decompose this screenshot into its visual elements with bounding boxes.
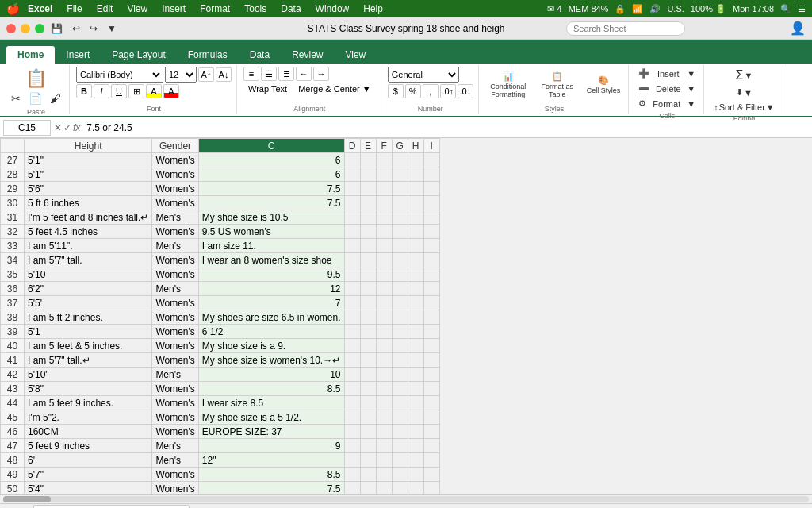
increase-decimal-button[interactable]: .0↑ [440, 84, 456, 98]
cell-g-35[interactable] [392, 267, 408, 282]
cell-d-37[interactable] [344, 296, 360, 310]
wrap-text-button[interactable]: Wrap Text [243, 83, 292, 95]
cell-a-32[interactable]: 5 feet 4.5 inches [25, 225, 152, 239]
cell-d-29[interactable] [344, 182, 360, 196]
cell-a-48[interactable]: 6' [25, 453, 152, 468]
cell-a-47[interactable]: 5 feet 9 inches [25, 439, 152, 453]
cell-e-27[interactable] [360, 153, 376, 167]
cell-e-28[interactable] [360, 167, 376, 182]
cell-h-40[interactable] [408, 339, 423, 353]
cell-a-42[interactable]: 5'10" [25, 368, 152, 382]
cell-g-39[interactable] [392, 325, 408, 339]
col-e-header[interactable]: E [360, 139, 376, 153]
cell-f-29[interactable] [376, 182, 392, 196]
undo-button[interactable]: ↩ [69, 21, 83, 36]
cell-f-37[interactable] [376, 296, 392, 310]
cell-i-50[interactable] [423, 482, 439, 495]
cell-b-31[interactable]: Men's [152, 210, 198, 225]
insert-cells-button[interactable]: ➕ Insert ▼ [635, 67, 699, 80]
cell-a-28[interactable]: 5'1" [25, 167, 152, 182]
cell-h-46[interactable] [408, 425, 423, 439]
cell-c-28[interactable]: 6 [198, 167, 344, 182]
cell-c-37[interactable]: 7 [198, 296, 344, 310]
cell-d-45[interactable] [344, 410, 360, 425]
cell-b-43[interactable]: Women's [152, 382, 198, 396]
cell-d-35[interactable] [344, 267, 360, 282]
cell-a-33[interactable]: I am 5'11". [25, 239, 152, 253]
cell-h-41[interactable] [408, 353, 423, 368]
cell-f-27[interactable] [376, 153, 392, 167]
cell-i-36[interactable] [423, 282, 439, 296]
cell-b-50[interactable]: Women's [152, 482, 198, 495]
cell-h-28[interactable] [408, 167, 423, 182]
cell-i-46[interactable] [423, 425, 439, 439]
cell-a-44[interactable]: I am 5 feet 9 inches. [25, 396, 152, 410]
cell-b-45[interactable]: Women's [152, 410, 198, 425]
tab-page-layout[interactable]: Page Layout [101, 46, 176, 64]
more-tools-button[interactable]: ▼ [104, 21, 120, 36]
cell-g-30[interactable] [392, 196, 408, 210]
cell-d-46[interactable] [344, 425, 360, 439]
cell-i-39[interactable] [423, 325, 439, 339]
cell-f-47[interactable] [376, 439, 392, 453]
cell-g-42[interactable] [392, 368, 408, 382]
cell-i-48[interactable] [423, 453, 439, 468]
cell-f-45[interactable] [376, 410, 392, 425]
decrease-decimal-button[interactable]: .0↓ [458, 84, 473, 98]
delete-cells-button[interactable]: ➖ Delete ▼ [635, 82, 699, 95]
cell-h-34[interactable] [408, 253, 423, 267]
cell-a-45[interactable]: I'm 5"2. [25, 410, 152, 425]
cell-c-34[interactable]: I wear an 8 women's size shoe [198, 253, 344, 267]
cell-i-38[interactable] [423, 310, 439, 325]
cell-g-45[interactable] [392, 410, 408, 425]
cell-g-33[interactable] [392, 239, 408, 253]
save-button[interactable]: 💾 [48, 21, 66, 36]
menu-window[interactable]: Window [309, 3, 356, 14]
cell-reference-input[interactable] [3, 120, 51, 136]
cell-f-44[interactable] [376, 396, 392, 410]
cell-b-32[interactable]: Women's [152, 225, 198, 239]
cell-a-39[interactable]: 5'1 [25, 325, 152, 339]
col-g-header[interactable]: G [392, 139, 408, 153]
cell-a-41[interactable]: I am 5'7" tall.↵ [25, 353, 152, 368]
cell-b-36[interactable]: Men's [152, 282, 198, 296]
cell-g-28[interactable] [392, 167, 408, 182]
cell-e-29[interactable] [360, 182, 376, 196]
insert-function-icon[interactable]: fx [73, 122, 80, 133]
cell-b-48[interactable]: Men's [152, 453, 198, 468]
cell-c-44[interactable]: I wear size 8.5 [198, 396, 344, 410]
paste-button[interactable]: 📋 [22, 67, 50, 90]
cell-i-47[interactable] [423, 439, 439, 453]
cell-d-41[interactable] [344, 353, 360, 368]
menu-help[interactable]: Help [357, 3, 389, 14]
cell-b-39[interactable]: Women's [152, 325, 198, 339]
cell-d-48[interactable] [344, 453, 360, 468]
cell-c-32[interactable]: 9.5 US women's [198, 225, 344, 239]
maximize-button[interactable] [35, 24, 44, 33]
cell-h-37[interactable] [408, 296, 423, 310]
cell-c-35[interactable]: 9.5 [198, 267, 344, 282]
cell-f-32[interactable] [376, 225, 392, 239]
menu-tools[interactable]: Tools [238, 3, 273, 14]
cell-a-30[interactable]: 5 ft 6 inches [25, 196, 152, 210]
cell-f-38[interactable] [376, 310, 392, 325]
cell-b-35[interactable]: Women's [152, 267, 198, 282]
cell-c-29[interactable]: 7.5 [198, 182, 344, 196]
tab-insert[interactable]: Insert [55, 46, 101, 64]
cell-g-47[interactable] [392, 439, 408, 453]
cell-i-27[interactable] [423, 153, 439, 167]
cell-c-49[interactable]: 8.5 [198, 468, 344, 482]
cell-i-31[interactable] [423, 210, 439, 225]
close-button[interactable] [6, 24, 16, 33]
cell-d-36[interactable] [344, 282, 360, 296]
cell-a-31[interactable]: I'm 5 feet and 8 inches tall.↵ [25, 210, 152, 225]
cell-g-46[interactable] [392, 425, 408, 439]
cell-g-34[interactable] [392, 253, 408, 267]
col-f-header[interactable]: F [376, 139, 392, 153]
cell-h-43[interactable] [408, 382, 423, 396]
font-color-button[interactable]: A [163, 84, 179, 98]
cell-h-36[interactable] [408, 282, 423, 296]
cell-h-29[interactable] [408, 182, 423, 196]
cell-f-41[interactable] [376, 353, 392, 368]
menu-insert[interactable]: Insert [155, 3, 192, 14]
